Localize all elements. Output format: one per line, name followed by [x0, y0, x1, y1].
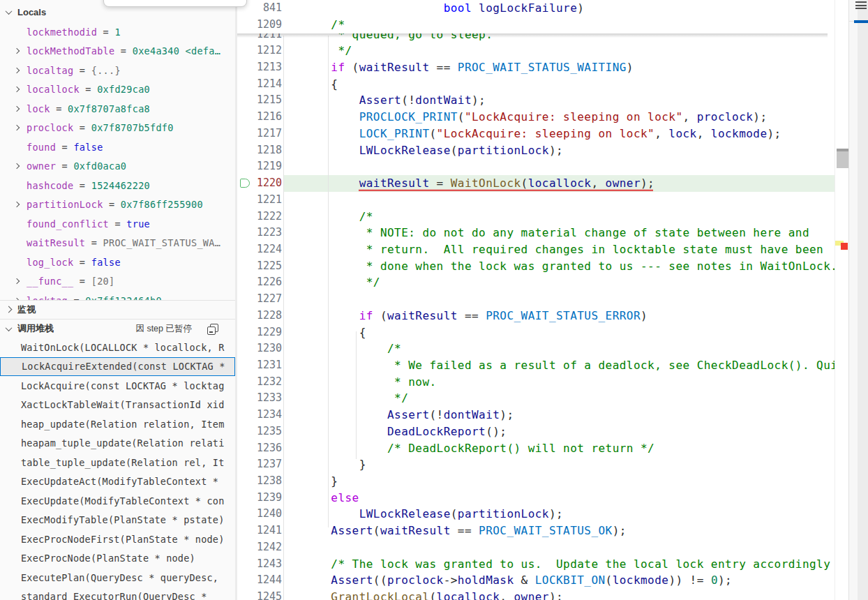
- variable-row[interactable]: owner = 0xfd0aca0: [0, 157, 235, 176]
- variable-row[interactable]: proclock = 0x7f8707b5fdf0: [0, 119, 235, 137]
- chevron-right-icon[interactable]: [14, 163, 20, 169]
- line-number[interactable]: 1244: [251, 572, 282, 589]
- stack-frame[interactable]: ExecUpdateAct(ModifyTableContext *: [0, 472, 235, 492]
- menu-icon[interactable]: [855, 1, 867, 10]
- code-line[interactable]: 1240 LWLockRelease(partitionLock);: [237, 506, 835, 523]
- variable-row[interactable]: found = false: [0, 137, 235, 156]
- line-number[interactable]: 1243: [251, 556, 282, 573]
- stack-frame[interactable]: table_tuple_update(Relation rel, It: [0, 453, 235, 472]
- line-number[interactable]: 1234: [251, 407, 282, 423]
- line-number[interactable]: 1224: [251, 241, 282, 258]
- editor-scrollbar[interactable]: [835, 0, 848, 600]
- code-line[interactable]: 1230 /*: [237, 340, 835, 357]
- line-number[interactable]: 1229: [251, 324, 282, 341]
- line-number[interactable]: 1238: [251, 473, 282, 490]
- collapse-all-icon[interactable]: [207, 324, 218, 335]
- variable-row[interactable]: locallock = 0xfd29ca0: [0, 80, 235, 99]
- code-line[interactable]: 1219: [237, 158, 835, 175]
- line-number[interactable]: 1245: [251, 589, 282, 600]
- chevron-right-icon[interactable]: [14, 87, 20, 92]
- line-number[interactable]: 1239: [251, 490, 282, 507]
- stack-frame[interactable]: standard_ExecutorRun(QueryDesc *: [0, 587, 235, 600]
- stack-frame[interactable]: LockAcquireExtended(const LOCKTAG *: [0, 357, 235, 377]
- variable-row[interactable]: hashcode = 1524462220: [0, 176, 235, 195]
- line-number[interactable]: 1242: [251, 539, 282, 556]
- stack-frame[interactable]: ExecUpdate(ModifyTableContext * con: [0, 491, 235, 511]
- variable-row[interactable]: log_lock = false: [0, 253, 235, 271]
- variable-row[interactable]: lock = 0x7f8707a8fca8: [0, 99, 235, 118]
- line-number[interactable]: 1223: [251, 225, 282, 241]
- stack-frame[interactable]: LockAcquire(const LOCKTAG * locktag: [0, 376, 235, 396]
- variable-row[interactable]: locktag = 0x7ff132464b0: [0, 291, 235, 300]
- code-line[interactable]: 1242: [237, 539, 835, 556]
- line-number[interactable]: 1240: [251, 506, 282, 523]
- line-number[interactable]: 1232: [251, 374, 282, 391]
- variable-row[interactable]: __func__ = [20]: [0, 272, 235, 291]
- code-line[interactable]: 1217 LOCK_PRINT("LockAcquire: sleeping o…: [237, 126, 835, 142]
- line-number[interactable]: 1236: [251, 440, 282, 457]
- code-line[interactable]: 1236 /* DeadLockReport() will not return…: [237, 440, 835, 457]
- line-number[interactable]: 1218: [251, 142, 282, 159]
- code-line[interactable]: 1209 /*: [237, 17, 835, 33]
- code-line[interactable]: 1215 Assert(!dontWait);: [237, 92, 835, 109]
- code-line[interactable]: 1223 * NOTE: do not do any material chan…: [237, 225, 835, 241]
- stack-frame[interactable]: ExecProcNodeFirst(PlanState * node): [0, 530, 235, 549]
- variable-row[interactable]: lockmethodid = 1: [0, 22, 235, 41]
- code-line[interactable]: 1227: [237, 291, 835, 308]
- stack-frame[interactable]: ExecModifyTable(PlanState * pstate): [0, 511, 235, 530]
- stack-frame[interactable]: heap_update(Relation relation, Item: [0, 414, 235, 434]
- line-number[interactable]: 1230: [251, 340, 282, 357]
- code-line[interactable]: 1212 */: [237, 43, 835, 59]
- chevron-right-icon[interactable]: [14, 202, 20, 207]
- line-number[interactable]: 1209: [251, 17, 282, 33]
- code-line[interactable]: 1221: [237, 192, 835, 209]
- code-line[interactable]: 1222 /*: [237, 209, 835, 225]
- line-number[interactable]: 1217: [251, 126, 282, 142]
- code-line[interactable]: 1244 Assert((proclock->holdMask & LOCKBI…: [237, 572, 835, 589]
- chevron-right-icon[interactable]: [14, 67, 20, 73]
- code-line[interactable]: 1234 Assert(!dontWait);: [237, 407, 835, 423]
- code-line[interactable]: 1233 */: [237, 390, 835, 407]
- variable-row[interactable]: lockMethodTable = 0xe4a340 <defa…: [0, 42, 235, 61]
- current-code-line[interactable]: 1220 waitResult = WaitOnLock(locallock, …: [237, 175, 835, 192]
- line-number[interactable]: 1233: [251, 390, 282, 407]
- code-line[interactable]: 1235 DeadLockReport();: [237, 423, 835, 440]
- code-line[interactable]: 1218 LWLockRelease(partitionLock);: [237, 142, 835, 159]
- line-number[interactable]: 1219: [251, 158, 282, 175]
- code-line[interactable]: 1213 if (waitResult == PROC_WAIT_STATUS_…: [237, 59, 835, 76]
- code-line[interactable]: 1231 * We failed as a result of a deadlo…: [237, 357, 835, 374]
- line-number[interactable]: 1241: [251, 523, 282, 539]
- line-number[interactable]: 1216: [251, 109, 282, 126]
- line-number[interactable]: 1220: [251, 175, 282, 192]
- sticky-scroll-header[interactable]: 841 bool logLockFailure)1209 /*: [237, 0, 835, 33]
- callstack-section-header[interactable]: 调用堆栈 因 step 已暂停: [0, 319, 235, 338]
- stack-frame[interactable]: ExecProcNode(PlanState * node): [0, 549, 235, 569]
- stack-frame[interactable]: WaitOnLock(LOCALLOCK * locallock, R: [0, 338, 235, 357]
- chevron-right-icon[interactable]: [14, 278, 20, 284]
- scrollbar-slider[interactable]: [837, 149, 848, 168]
- variable-row[interactable]: localtag = {...}: [0, 61, 235, 80]
- line-number[interactable]: 1228: [251, 308, 282, 324]
- stack-frame[interactable]: heapam_tuple_update(Relation relati: [0, 434, 235, 453]
- line-number[interactable]: 1214: [251, 76, 282, 93]
- variable-row[interactable]: found_conflict = true: [0, 214, 235, 233]
- code-line[interactable]: 1224 * return. All required changes in l…: [237, 241, 835, 258]
- line-number[interactable]: 1221: [251, 192, 282, 209]
- code-line[interactable]: 1232 * now.: [237, 374, 835, 391]
- code-line[interactable]: 1238 }: [237, 473, 835, 490]
- line-number[interactable]: 841: [251, 0, 282, 17]
- code-line[interactable]: 1245 GrantLockLocal(locallock, owner);: [237, 589, 835, 600]
- line-number[interactable]: 1226: [251, 274, 282, 291]
- code-line[interactable]: 1237 }: [237, 456, 835, 473]
- variable-row[interactable]: partitionLock = 0x7f86ff255900: [0, 195, 235, 214]
- code-line[interactable]: 1216 PROCLOCK_PRINT("LockAcquire: sleepi…: [237, 109, 835, 126]
- code-line[interactable]: 1239 else: [237, 490, 835, 507]
- line-number[interactable]: 1225: [251, 258, 282, 275]
- stack-frame[interactable]: XactLockTableWait(TransactionId xid: [0, 396, 235, 415]
- chevron-right-icon[interactable]: [14, 125, 20, 130]
- code-line[interactable]: 1241 Assert(waitResult == PROC_WAIT_STAT…: [237, 523, 835, 539]
- line-number[interactable]: 1215: [251, 92, 282, 109]
- chevron-right-icon[interactable]: [14, 105, 20, 111]
- code-line[interactable]: 1229 {: [237, 324, 835, 341]
- code-editor[interactable]: 1211 * queued, go to sleep.1212 */1213 i…: [237, 0, 835, 600]
